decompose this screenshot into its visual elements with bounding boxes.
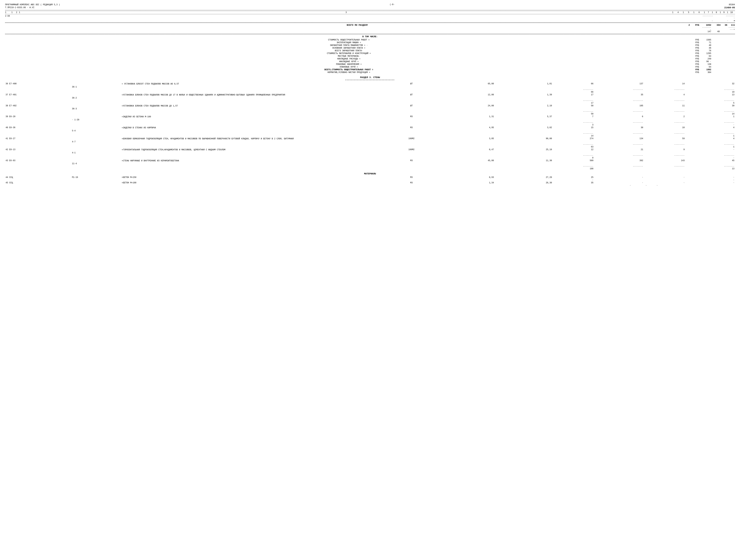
item-v2: 392 [594, 159, 644, 162]
detail-val-2: 40 [702, 44, 711, 46]
table-row-sub: 9 · [5, 156, 735, 159]
item-v4: 1 [685, 115, 735, 118]
table-row: 36 Е7-400 = УСТАНОВКА БЛОСОТ СТЕН ПОДВАЛ… [5, 83, 735, 86]
mat-desc: =БЕТОН М=150 [121, 176, 387, 179]
item-qty: 0,47 [436, 148, 494, 151]
item-code2-val: 4-7 [72, 140, 121, 143]
dashes-v4: -------- [685, 143, 735, 145]
table-row-dashes: -------- -------- -------- -------- [5, 99, 735, 102]
detail-label-9: ПЛАНОВЫЕ НАКОПЛЕНИЯ = [5, 63, 692, 66]
col-num-sep5: 1 [704, 11, 705, 14]
item-code2-cell [5, 129, 72, 132]
detail-label-5: СТОИМОСТЬ МАТЕРИАЛОВ И КОНСТРУКЦИЙ = [5, 52, 692, 55]
table-row: 43 Е6-93 =СТЕНЫ НАРУЖНЫЕ И ВНУТРЕННИЕ ИЗ… [5, 159, 735, 162]
item-v1: 12 [553, 148, 594, 151]
item-code2 [72, 83, 121, 86]
item-v2: 137 [594, 83, 644, 86]
detail-cur-7: РУБ [692, 58, 702, 60]
item-norm: 3,02 [494, 126, 553, 129]
item-v3: 143 [644, 159, 685, 162]
sub-v1: 188 [553, 167, 594, 170]
col-numbers-row: 1 1 2 1 3 1 4 1 5 1 6 1 7 1 8 1 9 1 10 [5, 11, 735, 14]
item-v2: 6 [594, 115, 644, 118]
sub-v1: 17 [553, 102, 594, 104]
detail-cur-8: РУБ [692, 61, 702, 63]
sub-v1: 66 [553, 91, 594, 94]
header-code: 85384 [724, 3, 735, 6]
table-row-dashes: -------- -------- -------- -------- [5, 88, 735, 91]
item-v3: 10 [644, 126, 685, 129]
table-row-code2: 36-1 [5, 86, 735, 88]
table-row-code2: 4-7 [5, 140, 735, 143]
header-left: ПРОГРАММНЫЙ КОМПЛЕКС АВС-3ЕС ( РЕДАКЦИЯ … [5, 3, 60, 9]
item-norm: 1,01 [494, 83, 553, 86]
item-v4: 32 [685, 83, 735, 86]
in-tom-chisle: В ТОМ ЧИСЛЕ: [5, 35, 735, 38]
item-qty: 3,05 [436, 137, 494, 140]
code-2-84: 2-84 [5, 15, 19, 19]
dashes-v4: -------- [685, 154, 735, 156]
col-num-sep1: 1 [19, 11, 20, 14]
total-main-row: ВСЕГО ПО РАЗДЕЛУ 2 РУБ 1892 304 36 111 [5, 24, 735, 26]
mat-v2: · [594, 182, 644, 184]
item-norm: 25,10 [494, 148, 553, 151]
items-table: 36 Е7-400 = УСТАНОВКА БЛОСОТ СТЕН ПОДВАЛ… [5, 83, 735, 170]
detail-val-6: 64 [702, 55, 711, 58]
item-desc: = УСТАНОВКА БЛОСОТ СТЕН ПОДВАЛОВ МАССОВ … [121, 83, 387, 86]
detail-row-0: СТОИМОСТЬ ОБЩЕСТРОИТЕЛЬНЫХ РАБОТ = РУБ 1… [5, 38, 735, 41]
detail-row-4: ВСЕГО ЗАРАБОТНАЯ ПЛАТА- РУБ 76 [5, 49, 735, 52]
dashes-v1: -------- [553, 154, 594, 156]
item-qty: 45,00 [436, 159, 494, 162]
sub-v3 [644, 91, 685, 94]
item-code2-val: 36-1 [72, 86, 121, 88]
dashes-v2: -------- [594, 143, 644, 145]
sub-v4: 5 [685, 102, 735, 104]
table-row: 45 ССЦ =БЕТОН М=100 М3 1,34 26,30 35 · ·… [5, 182, 735, 184]
item-desc: =УСТАНОВКА БЛОКОВ СТЕН ПОДВАЛОВ МАССОВ Д… [121, 104, 387, 108]
item-v4: · [685, 148, 735, 151]
item-code1: 38 Е7-402 [5, 104, 72, 108]
sub-v1: 14 [553, 135, 594, 137]
detail-val-9: 138 [702, 63, 711, 66]
item-code2-cell [5, 140, 72, 143]
dashes-v2: -------- [594, 154, 644, 156]
dashes-spacer [5, 165, 553, 167]
razdel3-underline: ================================== [5, 79, 735, 81]
table-row-sub: 50 14 [5, 113, 735, 115]
item-v3: 4 [644, 94, 685, 97]
item-unit: ШТ [386, 83, 436, 86]
col-num-sep8: 1 [727, 11, 728, 14]
mat-v3: · [644, 176, 685, 179]
detail-val-10: 64 [702, 66, 711, 68]
table-row: 42 Е8-13 =ГОРИЗОНТАЛЬНАЯ ГИДРОИЗОЛЯЦИЯ С… [5, 148, 735, 151]
dashes-v2: -------- [594, 165, 644, 167]
table-row-sub: 17 5 [5, 102, 735, 104]
detail-label-6: МЕСТНЫЕ МАТЕРИАЛЫ- [5, 55, 692, 58]
sub-spacer [5, 167, 553, 170]
detail-row-2: ЗАРАБОТНАЯ ПЛАТА МАШИНИСТОВ = · РУБ 40 [5, 44, 735, 47]
mat-qty: 1,34 [436, 182, 494, 184]
col-num-sep2: 1 [672, 11, 673, 14]
sub-v4: · [685, 156, 735, 159]
detail-cur-5: РУБ [692, 52, 702, 55]
detail-row-8: НАКЛАДНЫЕ НУЧП = РУБ 96 · [5, 60, 735, 63]
dashes-v1: -------- [553, 143, 594, 145]
detail-label-2: ЗАРАБОТНАЯ ПЛАТА МАШИНИСТОВ = · [5, 44, 692, 46]
razdel3-header: РАЗДЕЛ 3. СТЕНЫ [5, 76, 735, 79]
mat-table: 44 ССЦ П1-16 =БЕТОН М=150 М3 0,93 27,20 … [5, 176, 735, 187]
detail-label-7: НАКЛАДНЫЕ РАСХОДЫ = [5, 58, 692, 60]
dashes-spacer [5, 121, 553, 124]
dashes-v3: -------- [644, 132, 685, 135]
dashes-v2: -------- [594, 121, 644, 124]
detail-val-12: 304 [702, 71, 711, 74]
item-code1: 42 Е8-13 [5, 148, 72, 151]
table-row-sub: 63 1 [5, 145, 735, 148]
mat-v3: · [644, 182, 685, 184]
detail-cur-3: РУБ [692, 47, 702, 49]
item-v1: 7 [553, 115, 594, 118]
detail-label-11: ВСЕГО,СТОИМОСТЬ ОБЩЕСТРОИТЕЛЬНЫХ РАБОТ = [5, 69, 692, 71]
sub-v1: 50 [553, 113, 594, 115]
table-row: 41 Е8-27 =БОКОВАЯ ОБМАЗОЧНАЯ ГИДРОИЗОЛЯЦ… [5, 137, 735, 140]
detail-cur-6: РУБ [692, 55, 702, 58]
item-desc: =ГОРИЗОНТАЛЬНАЯ ГИДРОИЗОЛЯЦИЯ СТЕН;ФУНДА… [121, 148, 387, 151]
